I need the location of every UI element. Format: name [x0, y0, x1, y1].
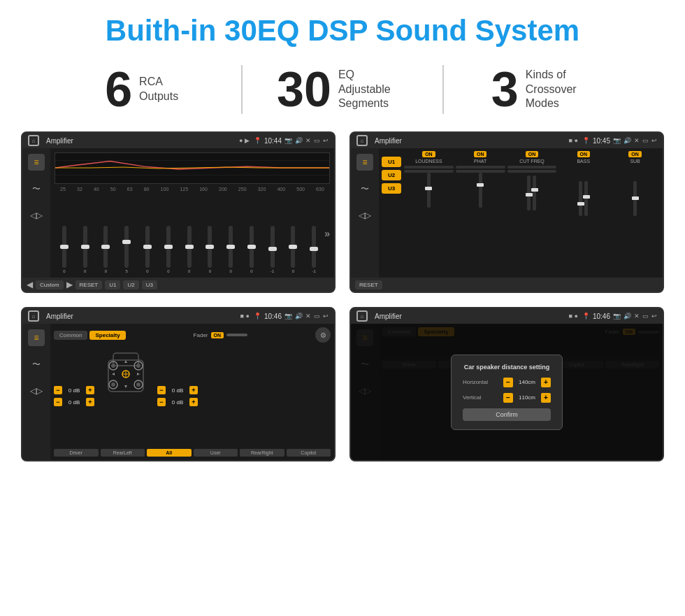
vol3-plus[interactable]: + [189, 386, 198, 394]
eq-graph [55, 152, 330, 184]
u3-preset[interactable]: U3 [382, 183, 401, 194]
rearleft-btn[interactable]: RearLeft [101, 449, 145, 457]
screen3-side-panel: ≡ 〜 ◁▷ [22, 324, 50, 460]
u3-btn[interactable]: U3 [142, 280, 157, 289]
eq-scroll-right[interactable]: » [324, 228, 330, 239]
screen-dialog: ⌂ Amplifier ■ ● 📍 10:46 📷 🔊 ✕ ▭ ↩ ≡ [349, 307, 664, 461]
vol1-minus[interactable]: − [54, 386, 62, 394]
vol3-minus[interactable]: − [157, 386, 166, 394]
eq-slider-7[interactable]: 0 [180, 226, 199, 273]
u2-btn[interactable]: U2 [123, 280, 138, 289]
eq-thumb-6 [164, 245, 173, 249]
home-icon-4[interactable]: ⌂ [356, 310, 368, 322]
screen2-bottom-bar: RESET [351, 278, 663, 292]
horizontal-plus[interactable]: + [541, 378, 551, 387]
cutfreq-on[interactable]: ON [526, 151, 539, 157]
specialty-tab[interactable]: Specialty [89, 331, 125, 340]
eq-slider-8[interactable]: 0 [200, 226, 219, 273]
vol1-plus[interactable]: + [86, 386, 94, 394]
stat-eq-number: 30 [277, 65, 331, 114]
eq-sliders: 0 0 0 5 [55, 226, 324, 273]
fader-label: Fader [194, 332, 208, 338]
horizontal-minus[interactable]: − [503, 378, 513, 387]
vol4-plus[interactable]: + [189, 398, 198, 406]
eq-slider-11[interactable]: -1 [263, 226, 282, 273]
eq-icon-3[interactable]: ≡ [28, 329, 45, 346]
eq-slider-10[interactable]: 0 [242, 226, 261, 273]
custom-btn[interactable]: Custom [36, 280, 64, 289]
fader-slider[interactable] [226, 334, 247, 336]
u1-btn[interactable]: U1 [105, 280, 120, 289]
speaker-icon-3[interactable]: ◁▷ [28, 382, 45, 399]
svg-point-10 [111, 382, 115, 387]
channel-cutfreq: ON CUT FREQ [507, 151, 557, 275]
eq-slider-5[interactable]: 0 [138, 226, 157, 273]
volume-icon-4: 🔊 [623, 313, 631, 320]
wave-icon[interactable]: 〜 [28, 180, 45, 197]
copilot-btn[interactable]: Copilot [287, 449, 331, 457]
speaker-icon[interactable]: ◁▷ [28, 207, 45, 224]
eq-slider-3[interactable]: 0 [96, 226, 116, 273]
location-icon-4: 📍 [582, 313, 590, 320]
home-icon-2[interactable]: ⌂ [356, 135, 368, 146]
user-btn[interactable]: User [194, 449, 238, 457]
eq-thumb-12 [289, 245, 297, 249]
vol4-minus[interactable]: − [157, 398, 166, 406]
eq-slider-4[interactable]: 5 [117, 226, 136, 273]
eq-slider-9[interactable]: 0 [221, 226, 240, 273]
screen3-status-icons: 📍 10:46 📷 🔊 ✕ ▭ ↩ [254, 313, 329, 320]
window-icon-2: ▭ [642, 137, 649, 144]
screen1-side-panel: ≡ 〜 ◁▷ [22, 148, 50, 278]
prev-arrow[interactable]: ◀ [27, 280, 33, 289]
screen1-time: 10:44 [264, 137, 282, 145]
close-icon-3: ✕ [305, 313, 311, 320]
speaker-icon-2[interactable]: ◁▷ [356, 207, 373, 224]
stat-rca-label: RCAOutputs [139, 75, 178, 104]
reset-btn[interactable]: RESET [75, 280, 103, 289]
speaker-distance-dialog: Car speaker distance setting Horizontal … [451, 354, 563, 430]
back-icon: ↩ [323, 137, 329, 144]
vertical-plus[interactable]: + [541, 393, 551, 403]
camera-icon: 📷 [284, 137, 292, 144]
all-btn[interactable]: All [147, 449, 192, 457]
camera-icon-4: 📷 [613, 313, 621, 320]
vertical-minus[interactable]: − [503, 393, 513, 403]
screen-eq: ⌂ Amplifier ● ▶ 📍 10:44 📷 🔊 ✕ ▭ ↩ ≡ [21, 131, 336, 293]
wave-icon-2[interactable]: 〜 [356, 180, 373, 197]
vertical-value: 110cm [516, 394, 538, 401]
phat-on[interactable]: ON [474, 151, 487, 157]
confirm-button[interactable]: Confirm [463, 408, 551, 421]
location-icon-3: 📍 [254, 313, 261, 320]
screen2-channels: ON LOUDNESS [404, 151, 660, 275]
rearright-btn[interactable]: RearRight [240, 449, 284, 457]
driver-btn[interactable]: Driver [54, 449, 99, 457]
volume-icon-2: 🔊 [623, 137, 631, 144]
eq-slider-13[interactable]: -1 [304, 226, 324, 273]
home-icon[interactable]: ⌂ [28, 135, 39, 146]
eq-icon-2[interactable]: ≡ [356, 154, 373, 171]
eq-slider-2[interactable]: 0 [75, 226, 95, 273]
u2-preset[interactable]: U2 [382, 170, 401, 180]
sub-on[interactable]: ON [628, 151, 642, 157]
eq-icon[interactable]: ≡ [28, 154, 45, 171]
settings-icon[interactable]: ⚙ [315, 327, 331, 343]
screen2-reset[interactable]: RESET [355, 280, 382, 289]
u1-preset[interactable]: U1 [382, 157, 401, 167]
eq-slider-12[interactable]: 0 [284, 226, 303, 273]
wave-icon-3[interactable]: 〜 [28, 356, 45, 373]
next-arrow[interactable]: ▶ [66, 280, 73, 289]
vertical-label: Vertical [463, 394, 481, 401]
home-icon-3[interactable]: ⌂ [28, 310, 39, 322]
eq-thumb-11 [268, 247, 277, 251]
vol2-plus[interactable]: + [86, 398, 94, 406]
screen4-body: ≡ 〜 ◁▷ Common Specialty Fader ON [351, 324, 663, 460]
fader-on-badge[interactable]: ON [211, 332, 224, 338]
common-tab[interactable]: Common [54, 331, 87, 340]
eq-slider-1[interactable]: 0 [55, 226, 74, 273]
vol2-minus[interactable]: − [54, 398, 62, 406]
screen2-presets: U1 U2 U3 [382, 151, 401, 275]
bass-on[interactable]: ON [577, 151, 591, 157]
eq-slider-6[interactable]: 0 [159, 226, 178, 273]
stats-row: 6 RCAOutputs 30 EQ AdjustableSegments 3 … [0, 55, 685, 124]
loudness-on[interactable]: ON [422, 151, 435, 157]
